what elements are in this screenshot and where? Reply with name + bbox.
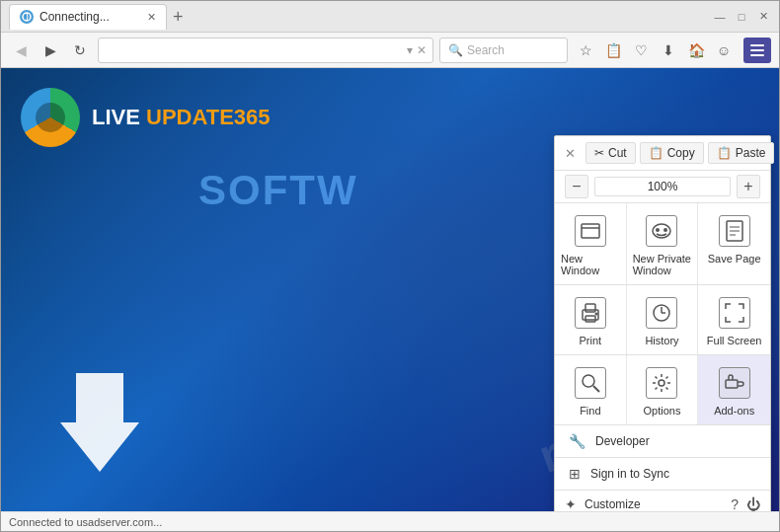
tab-close-button[interactable]: ✕ [147, 11, 156, 24]
new-tab-button[interactable]: + [173, 8, 184, 26]
forward-button[interactable]: ▶ [39, 38, 62, 62]
search-bar[interactable]: 🔍 Search [439, 38, 568, 63]
menu-bottom-row: ✦ Customize ? ⏻ [555, 491, 770, 511]
svg-rect-15 [585, 316, 595, 322]
menu-grid-row2: Print History Full Screen [555, 285, 770, 355]
browser-tab[interactable]: Connecting... ✕ [9, 4, 167, 30]
logo-icon [21, 88, 80, 147]
save-page-label: Save Page [708, 253, 761, 265]
new-window-label: New Window [561, 253, 620, 276]
logo-update: UPDATE [146, 105, 234, 129]
addons-item[interactable]: Add-ons [698, 355, 770, 424]
sync-item[interactable]: ⊞ Sign in to Sync [555, 458, 770, 490]
logo-text: LIVE UPDATE365 [92, 105, 271, 130]
customize-icon: ✦ [565, 496, 577, 511]
menu-close-icon[interactable]: ✕ [565, 146, 576, 161]
full-screen-icon [719, 297, 750, 329]
new-window-item[interactable]: New Window [555, 203, 627, 284]
help-icon[interactable]: ? [731, 496, 739, 511]
svg-point-20 [583, 375, 594, 387]
url-close-icon[interactable]: ✕ [417, 43, 427, 57]
bookmark-icon[interactable]: ☆ [574, 38, 597, 62]
find-icon [575, 367, 606, 399]
copy-button[interactable]: 📋 Copy [640, 142, 704, 164]
url-icons: ▾ ✕ [407, 43, 427, 57]
toolbar-icons: ☆ 📋 ♡ ⬇ 🏠 ☺ [574, 38, 736, 62]
content-area: LIVE UPDATE365 SOFTW ❯❯ FREE, SMA ❯❯ PRO… [1, 68, 779, 511]
svg-rect-3 [750, 54, 764, 56]
nav-bar: ◀ ▶ ↻ ▾ ✕ 🔍 Search ☆ 📋 ♡ ⬇ 🏠 ☺ [1, 33, 779, 68]
developer-icon: 🔧 [569, 433, 585, 449]
clipboard-icon[interactable]: 📋 [601, 38, 625, 62]
full-screen-label: Full Screen [707, 335, 762, 346]
svg-rect-4 [582, 224, 599, 238]
status-bar: Connected to usadserver.com... [1, 511, 779, 531]
tab-favicon [20, 10, 34, 24]
search-placeholder: Search [467, 43, 505, 57]
svg-rect-23 [726, 380, 738, 388]
download-icon[interactable]: ⬇ [657, 38, 680, 62]
svg-point-7 [656, 228, 660, 232]
history-item[interactable]: History [627, 285, 699, 354]
zoom-row: − 100% + [555, 171, 770, 203]
print-item[interactable]: Print [555, 285, 627, 354]
print-icon [575, 297, 606, 329]
svg-point-22 [659, 380, 664, 386]
paste-button[interactable]: 📋 Paste [708, 142, 775, 164]
menu-grid-row3: Find Options Add-ons [555, 355, 770, 425]
logo-live: LIVE [92, 105, 146, 129]
find-item[interactable]: Find [555, 355, 627, 424]
cut-button[interactable]: ✂ Cut [585, 142, 636, 164]
url-bar[interactable]: ▾ ✕ [98, 38, 433, 63]
website-heading: SOFTW [198, 167, 358, 214]
browser-frame: Connecting... ✕ + — □ ✕ ◀ ▶ ↻ ▾ ✕ 🔍 Sear… [0, 0, 780, 532]
profile-icon[interactable]: ☺ [712, 38, 736, 62]
options-icon [646, 367, 677, 399]
edit-row: ✕ ✂ Cut 📋 Copy 📋 Paste [555, 136, 770, 171]
tab-title: Connecting... [39, 10, 139, 24]
logo-365: 365 [234, 105, 271, 129]
maximize-button[interactable]: □ [734, 9, 749, 25]
full-screen-item[interactable]: Full Screen [698, 285, 770, 354]
power-icon[interactable]: ⏻ [746, 496, 760, 511]
svg-point-8 [663, 228, 667, 232]
cut-label: Cut [608, 146, 627, 160]
zoom-in-button[interactable]: + [737, 175, 760, 198]
new-window-icon [575, 215, 606, 247]
addons-icon [719, 367, 750, 399]
search-icon: 🔍 [448, 43, 463, 57]
new-private-window-item[interactable]: New Private Window [627, 203, 699, 284]
addons-label: Add-ons [714, 405, 754, 417]
print-label: Print [580, 335, 602, 346]
svg-point-16 [594, 313, 597, 316]
svg-rect-1 [750, 44, 764, 46]
url-dropdown-icon[interactable]: ▾ [407, 43, 413, 57]
zoom-out-button[interactable]: − [565, 175, 588, 198]
save-page-item[interactable]: Save Page [698, 203, 770, 284]
back-button[interactable]: ◀ [9, 38, 33, 62]
copy-icon: 📋 [649, 146, 663, 160]
cut-icon: ✂ [594, 146, 604, 160]
developer-item[interactable]: 🔧 Developer [555, 425, 770, 457]
options-label: Options [644, 405, 681, 417]
options-item[interactable]: Options [627, 355, 699, 424]
refresh-button[interactable]: ↻ [68, 38, 92, 62]
customize-label[interactable]: Customize [585, 497, 723, 511]
window-controls: — □ ✕ [712, 9, 771, 25]
home-icon[interactable]: 🏠 [684, 38, 708, 62]
developer-label: Developer [595, 434, 650, 448]
new-private-window-icon [646, 215, 677, 247]
browser-menu: ✕ ✂ Cut 📋 Copy 📋 Paste − 100% + [554, 135, 771, 511]
hamburger-menu-button[interactable] [743, 38, 771, 63]
close-button[interactable]: ✕ [755, 9, 771, 25]
website-logo: LIVE UPDATE365 [21, 88, 271, 147]
pocket-icon[interactable]: ♡ [629, 38, 653, 62]
find-label: Find [580, 405, 600, 417]
paste-icon: 📋 [717, 146, 732, 160]
sync-icon: ⊞ [569, 466, 581, 482]
copy-label: Copy [667, 146, 695, 160]
save-page-icon [719, 215, 750, 247]
minimize-button[interactable]: — [712, 9, 728, 25]
history-icon [646, 297, 677, 329]
svg-rect-14 [585, 304, 595, 312]
